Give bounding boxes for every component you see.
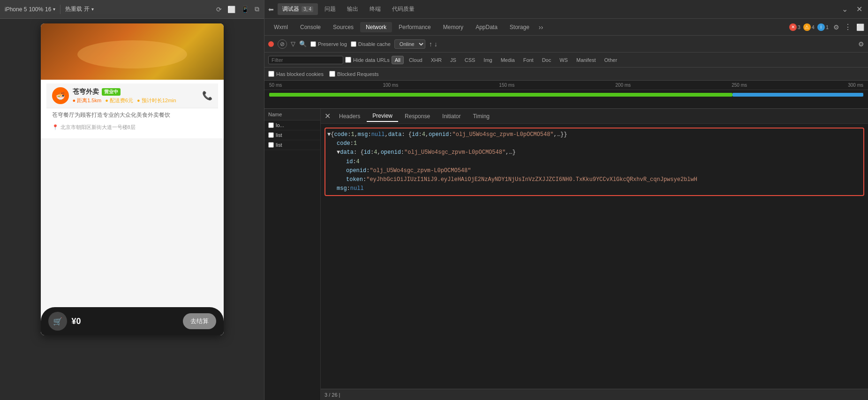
- cart-icon[interactable]: 🛒: [48, 312, 67, 331]
- settings-icon[interactable]: ⚙: [831, 22, 841, 33]
- timeline-label-250ms: 250 ms: [732, 83, 747, 88]
- error-count: 3: [798, 24, 800, 30]
- restaurant-info: 苍穹外卖 营业中 ● 距离1.5km ● 配送费6元 ● 预计时长12min: [73, 88, 176, 104]
- filter-type-all[interactable]: All: [392, 56, 404, 64]
- filter-type-media[interactable]: Media: [498, 56, 518, 64]
- disable-cache-checkbox[interactable]: [351, 41, 356, 47]
- dock-icon[interactable]: ⬜: [856, 23, 864, 31]
- hide-data-urls-checkbox[interactable]: [345, 57, 351, 63]
- tab-memory[interactable]: Memory: [438, 22, 469, 32]
- location-icon: 📍: [52, 124, 59, 130]
- tab-appdata[interactable]: AppData: [470, 22, 503, 32]
- network-item-list-2[interactable]: list: [264, 140, 320, 150]
- minimize-icon[interactable]: ⌄: [840, 3, 850, 15]
- tab-timing[interactable]: Timing: [467, 111, 495, 121]
- preview-content: ▼ { code : 1 , msg : null , data : { id: [321, 124, 868, 389]
- device-selector[interactable]: iPhone 5 100% 16 ▾: [5, 6, 55, 13]
- filter-type-img[interactable]: Img: [480, 56, 495, 64]
- close-icon[interactable]: ✕: [854, 3, 864, 15]
- tab-output[interactable]: 输出: [342, 3, 363, 15]
- rotate-icon[interactable]: ⟳: [216, 6, 222, 13]
- filter-type-js[interactable]: JS: [447, 56, 460, 64]
- chevron-down-icon: ▾: [53, 7, 55, 12]
- tab-preview[interactable]: Preview: [367, 111, 398, 122]
- filter-settings-icon[interactable]: ⚙: [858, 40, 864, 48]
- devtools-toolbar: ⬅ 调试器 3, 4 问题 输出 终端 代码质量 ⌄ ✕: [264, 0, 868, 19]
- hide-data-urls-group: Hide data URLs: [345, 57, 390, 63]
- preserve-log-checkbox[interactable]: [310, 41, 316, 47]
- collapse-data-icon[interactable]: ▼: [337, 148, 340, 157]
- throttle-select[interactable]: Online: [394, 39, 425, 49]
- blocked-requests-group: Blocked Requests: [329, 71, 379, 77]
- tab-initiator[interactable]: Initiator: [437, 111, 466, 121]
- delivery-fee-meta: ● 配送费6元: [105, 97, 133, 104]
- timeline-container: 50 ms 100 ms 150 ms 200 ms 250 ms 300 ms: [264, 81, 868, 109]
- copy-icon[interactable]: ⧉: [255, 5, 259, 13]
- request-count: 3 / 26 |: [325, 392, 340, 398]
- json-data-line: ▼ data : { id : 4 , openid : "olj_U5Wo4s…: [327, 148, 861, 157]
- clear-button[interactable]: ⊘: [278, 39, 287, 49]
- filter-input[interactable]: [268, 56, 343, 64]
- more-options-icon[interactable]: ⋮: [844, 23, 852, 31]
- tab-storage[interactable]: Storage: [504, 22, 535, 32]
- json-id-line: id : 4: [327, 158, 861, 166]
- item-checkbox[interactable]: [268, 132, 274, 138]
- checkout-button[interactable]: 去结算: [183, 313, 216, 329]
- back-icon[interactable]: ⬅: [268, 6, 274, 13]
- tab-issues[interactable]: 问题: [320, 3, 340, 15]
- close-detail-icon[interactable]: ✕: [325, 112, 331, 121]
- collapse-icon[interactable]: ▼: [327, 130, 331, 139]
- tab-wxml[interactable]: Wxml: [268, 22, 294, 32]
- error-badges: ✕ 3 ⚠ 4 i 1 ⚙ ⋮ ⬜: [789, 22, 864, 33]
- preserve-log-checkbox-group: Preserve log: [310, 41, 347, 47]
- search-icon[interactable]: 🔍: [299, 40, 307, 47]
- hot-reload-toggle[interactable]: 热重载 开 ▾: [65, 5, 93, 13]
- item-checkbox[interactable]: [268, 122, 274, 128]
- tab-headers[interactable]: Headers: [333, 111, 366, 121]
- restaurant-description: 苍穹餐厅为顾客打造专业的大众化美食外卖餐饮: [46, 108, 218, 122]
- restaurant-address: 📍 北京市朝阳区新街大道一号楼8层: [46, 122, 218, 135]
- json-openid-line: openid : "olj_U5Wo4sgc_zpvm-L0pOCMO548": [327, 166, 861, 175]
- tab-network[interactable]: Network: [360, 22, 392, 32]
- tab-sources[interactable]: Sources: [327, 22, 359, 32]
- preserve-log-label: Preserve log: [318, 41, 347, 47]
- filter-type-doc[interactable]: Doc: [539, 56, 555, 64]
- record-button[interactable]: [268, 41, 274, 47]
- filter-icon[interactable]: ▽: [291, 40, 295, 47]
- zoom-suffix: 16: [45, 6, 51, 13]
- filter-type-ws[interactable]: WS: [556, 56, 571, 64]
- more-tabs-icon[interactable]: ››: [536, 22, 546, 33]
- filter-type-row: Hide data URLs All Cloud XHR JS CSS Img …: [264, 53, 868, 68]
- tab-console[interactable]: Console: [294, 22, 326, 32]
- filter-type-xhr[interactable]: XHR: [428, 56, 445, 64]
- filter-type-cloud[interactable]: Cloud: [406, 56, 426, 64]
- tab-terminal[interactable]: 终端: [365, 3, 385, 15]
- filter-type-manifest[interactable]: Manifest: [573, 56, 599, 64]
- has-blocked-cookies-group: Has blocked cookies: [268, 71, 324, 77]
- status-bar: 3 / 26 |: [321, 389, 868, 400]
- item-label: list: [276, 142, 282, 148]
- upload-icon[interactable]: ↑: [429, 40, 432, 48]
- hide-data-urls-label: Hide data URLs: [353, 57, 390, 63]
- timeline-label-150ms: 150 ms: [499, 83, 514, 88]
- phone-frame: 🍜 苍穹外卖 营业中 ● 距离1.5km ● 配送费6元 ● 预计时长12min: [0, 19, 264, 400]
- stop-icon[interactable]: ⬜: [227, 6, 235, 13]
- phone-call-icon[interactable]: 📞: [202, 91, 212, 101]
- network-item-list-1[interactable]: list: [264, 130, 320, 140]
- blocked-requests-checkbox[interactable]: [329, 71, 335, 77]
- item-checkbox[interactable]: [268, 142, 274, 148]
- phone-icon[interactable]: 📱: [241, 6, 249, 13]
- network-tabs: Wxml Console Sources Network Performance…: [264, 19, 868, 36]
- tab-code-quality[interactable]: 代码质量: [387, 3, 419, 15]
- filter-type-other[interactable]: Other: [601, 56, 621, 64]
- address-text: 北京市朝阳区新街大道一号楼8层: [60, 124, 136, 131]
- download-icon[interactable]: ↓: [434, 40, 438, 48]
- left-panel: iPhone 5 100% 16 ▾ 热重载 开 ▾ ⟳ ⬜ 📱 ⧉ 🍜: [0, 0, 264, 400]
- network-item-lo[interactable]: lo...: [264, 121, 320, 130]
- tab-debugger[interactable]: 调试器 3, 4: [278, 3, 318, 15]
- has-blocked-cookies-checkbox[interactable]: [268, 71, 274, 77]
- tab-performance[interactable]: Performance: [393, 22, 437, 32]
- filter-type-font[interactable]: Font: [520, 56, 537, 64]
- filter-type-css[interactable]: CSS: [461, 56, 479, 64]
- tab-response[interactable]: Response: [399, 111, 436, 121]
